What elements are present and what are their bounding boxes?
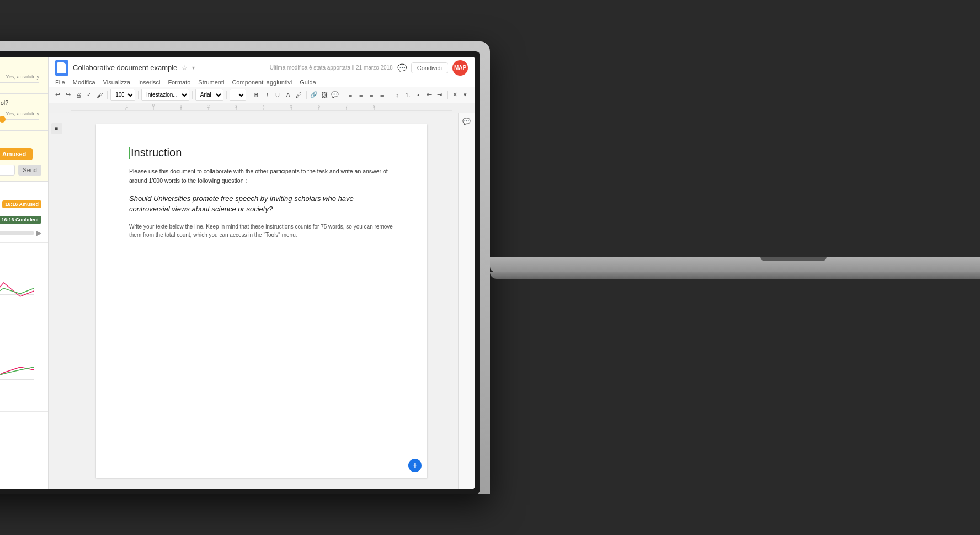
align-left-button[interactable]: ≡ xyxy=(345,89,355,101)
gdocs-menu-modifica[interactable]: Modifica xyxy=(73,79,95,86)
doc-instruction: Write your texte below the line. Keep in… xyxy=(129,223,394,239)
line-spacing-button[interactable]: ↕ xyxy=(393,89,402,101)
comments-sidebar-icon[interactable]: 💬 xyxy=(462,118,471,125)
link-button[interactable]: 🔗 xyxy=(309,89,318,101)
svg-text:2: 2 xyxy=(207,104,210,108)
your-chronology-title: Your chronology xyxy=(0,248,41,255)
gdocs-toolbar: ↩ ↪ 🖨 ✓ 🖌 100% Intestazion... Aria xyxy=(49,87,475,103)
question-1-slider-labels: Not at all Yes, absolutely xyxy=(0,74,39,80)
screen-bezel: 1 Is the situation pleasant? Not at all … xyxy=(0,51,480,494)
svg-text:1: 1 xyxy=(180,104,182,108)
font-dropdown[interactable]: Arial xyxy=(195,89,223,101)
add-content-button[interactable]: + xyxy=(408,459,422,472)
gdocs-share-button[interactable]: Condividi xyxy=(411,62,448,73)
your-chronology-legend: Valence Control xyxy=(0,258,41,264)
undo-button[interactable]: ↩ xyxy=(53,89,62,101)
fontsize-dropdown[interactable]: 20 xyxy=(230,89,246,101)
gdocs-topbar: Collaborative document example ☆ ▾ Ultim… xyxy=(49,57,475,87)
partner-chronology-chart: 100 50 0 -50 -100 xyxy=(0,351,41,406)
other-emotion-input[interactable] xyxy=(0,165,15,176)
timeline-tag-amused: 16:16 Amused xyxy=(2,200,41,208)
toolbar-sep-3 xyxy=(192,91,193,99)
svg-text:7: 7 xyxy=(345,104,348,108)
highlight-button[interactable]: 🖊 xyxy=(294,89,303,101)
align-justify-button[interactable]: ≡ xyxy=(377,89,387,101)
gdocs-menu-row: File Modifica Visualizza Inserisci Forma… xyxy=(55,78,468,87)
gdocs-title-row: Collaborative document example ☆ ▾ Ultim… xyxy=(55,60,468,76)
question-2-slider-track[interactable] xyxy=(0,119,39,120)
other-emotion-row: Send xyxy=(0,165,41,176)
sidebar-icon[interactable]: ≡ xyxy=(51,123,62,134)
gdocs-drive-icon[interactable]: ▾ xyxy=(192,65,195,71)
screen-content: 1 Is the situation pleasant? Not at all … xyxy=(0,57,475,489)
question-1-slider-track[interactable] xyxy=(0,82,39,83)
bold-button[interactable]: B xyxy=(252,89,261,101)
scroll-right-arrow[interactable]: ▶ xyxy=(36,229,41,237)
gdocs-comment-icon[interactable]: 💬 xyxy=(397,63,407,72)
increase-indent-button[interactable]: ⇥ xyxy=(435,89,444,101)
question-1-slider-container: Not at all Yes, absolutely xyxy=(0,74,41,83)
emotion-timeline-section: Emotion Timeline You 16:16 Amused P10 16… xyxy=(0,182,48,243)
your-chronology-svg: 100 50 0 -50 -100 xyxy=(0,266,41,321)
question-3-header: 3 What emotion do you feel? xyxy=(0,136,41,144)
timeline-row-you: You 16:16 Amused xyxy=(0,198,41,210)
gdocs-doc-area[interactable]: Instruction Please use this document to … xyxy=(65,113,458,489)
timeline-scroll: ◀ ▶ xyxy=(0,229,41,237)
svg-text:8: 8 xyxy=(373,104,375,108)
question-1-header: 1 Is the situation pleasant? xyxy=(0,62,41,70)
style-dropdown[interactable]: Intestazion... xyxy=(141,89,189,101)
underline-button[interactable]: U xyxy=(273,89,282,101)
spelling-button[interactable]: ✓ xyxy=(84,89,94,101)
partner-chronology-svg: 100 50 0 -50 -100 xyxy=(0,351,41,406)
gdocs-menu-componenti[interactable]: Componenti aggiuntivi xyxy=(232,79,292,86)
laptop-hinge xyxy=(760,257,827,261)
redo-button[interactable]: ↪ xyxy=(63,89,73,101)
svg-text:3: 3 xyxy=(235,104,237,108)
timeline-title: Emotion Timeline xyxy=(0,187,41,194)
decrease-indent-button[interactable]: ⇤ xyxy=(424,89,434,101)
image-button[interactable]: 🖼 xyxy=(320,89,329,101)
clear-format-button[interactable]: ✕ xyxy=(450,89,460,101)
timeline-scrollbar[interactable] xyxy=(0,231,34,235)
gdocs-menu-guida[interactable]: Guida xyxy=(300,79,316,86)
your-chronology-chart: 100 50 0 -50 -100 xyxy=(0,266,41,321)
gdocs-menu-inserisci[interactable]: Inserisci xyxy=(138,79,160,86)
svg-text:4: 4 xyxy=(263,104,265,108)
q1-max-label: Yes, absolutely xyxy=(6,74,39,80)
amused-button[interactable]: Amused xyxy=(0,148,33,160)
numbered-list-button[interactable]: 1. xyxy=(403,89,413,101)
doc-cursor xyxy=(129,147,130,159)
gdocs-icon-inner xyxy=(57,62,66,73)
paint-format-button[interactable]: 🖌 xyxy=(95,89,104,101)
timeline-bar-p10: 16:16 Confident xyxy=(0,214,41,226)
gdocs-user-avatar: MAP xyxy=(452,60,468,76)
svg-text:5: 5 xyxy=(290,104,292,108)
italic-button[interactable]: I xyxy=(262,89,271,101)
gdocs-menu-file[interactable]: File xyxy=(55,79,65,86)
gdocs-last-edit: Ultima modifica è stata apportata il 21 … xyxy=(270,65,393,71)
send-button[interactable]: Send xyxy=(18,165,41,176)
laptop-base xyxy=(490,257,980,272)
partner-chronology-section: Your partner's chronology Valence Contro… xyxy=(0,327,48,412)
toolbar-sep-8 xyxy=(390,91,390,99)
bullet-list-button[interactable]: • xyxy=(414,89,423,101)
question-2-slider-thumb[interactable] xyxy=(0,116,6,123)
gdocs-doc-title[interactable]: Collaborative document example xyxy=(73,63,177,72)
gdocs-menu-strumenti[interactable]: Strumenti xyxy=(198,79,224,86)
print-button[interactable]: 🖨 xyxy=(74,89,83,101)
gdocs-menu-formato[interactable]: Formato xyxy=(168,79,190,86)
doc-divider xyxy=(129,256,394,256)
gdocs-left-sidebar: ≡ xyxy=(49,113,65,489)
align-center-button[interactable]: ≡ xyxy=(356,89,366,101)
timeline-tag-confident: 16:16 Confident xyxy=(0,216,41,224)
gdocs-star-icon[interactable]: ☆ xyxy=(182,64,188,72)
gdocs-icon-fold xyxy=(63,62,66,65)
align-right-button[interactable]: ≡ xyxy=(367,89,376,101)
more-options-button[interactable]: ▾ xyxy=(461,89,470,101)
question-2-text: Is the situation under your control? xyxy=(0,99,8,106)
zoom-dropdown[interactable]: 100% xyxy=(110,89,135,101)
comment-button[interactable]: 💬 xyxy=(331,89,340,101)
gdocs-menu-visualizza[interactable]: Visualizza xyxy=(103,79,130,86)
text-color-button[interactable]: A xyxy=(284,89,293,101)
question-2-slider-container: Not at all Yes, absolutely xyxy=(0,111,41,120)
